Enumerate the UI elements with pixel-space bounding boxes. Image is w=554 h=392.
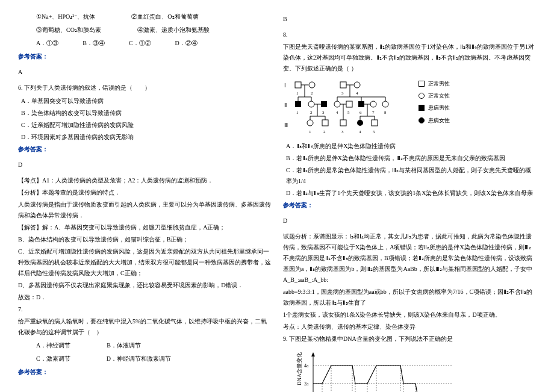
legend-affected-female: 患病女性 <box>428 116 450 125</box>
q8-choice-b: B．若Ⅱ₂所患的是伴X染色体隐性遗传病，Ⅲ₂不患病的原因是无来自父亲的致病基因 <box>283 153 536 164</box>
svg-marker-61 <box>311 352 315 356</box>
svg-text:4: 4 <box>336 110 338 115</box>
pedigree-diagram: Ⅰ 1 2 3 4 Ⅱ 1 2 3 <box>283 79 536 136</box>
q6-choice-b: B．染色体结构的改变可以导致遗传病 <box>18 108 271 119</box>
svg-text:Ⅱ: Ⅱ <box>284 102 287 108</box>
pedigree-svg: Ⅰ 1 2 3 4 Ⅱ 1 2 3 <box>283 79 409 136</box>
q8-choice-a: A．Ⅱ₃和Ⅱ₆所患的是伴X染色体隐性遗传病 <box>283 141 536 152</box>
svg-text:5: 5 <box>347 110 350 115</box>
svg-point-4 <box>309 82 315 88</box>
q6-choice-d: D．环境因素对多基因遗传病的发病无影响 <box>18 132 271 143</box>
q9-stem: 9. 下图是某动物精巢中DNA含量的变化图，下列说法不正确的是 <box>283 334 536 344</box>
legend-normal-male: 正常男性 <box>428 79 450 89</box>
svg-rect-33 <box>358 101 364 107</box>
q6-explain-6: C、近亲婚配可增加隐性遗传病的发病风险，这是因为近亲婚配的双方从共同祖先那里继承… <box>18 246 271 279</box>
q5-answer: A <box>18 67 271 78</box>
q5-option-1: ①Na+、HPO₄²⁻、抗体 <box>36 11 95 22</box>
svg-text:7: 7 <box>372 110 375 115</box>
svg-text:2: 2 <box>310 110 313 115</box>
svg-point-38 <box>382 101 388 107</box>
q7-number: 7. <box>18 304 271 315</box>
svg-point-56 <box>357 120 363 126</box>
svg-point-28 <box>334 101 340 107</box>
q6-explain-8: 故选：D． <box>18 292 271 303</box>
q8-stem: 下图是先天聋哑遗传病的某家系图，Ⅱ₁的致病基因位于1对染色体，Ⅱ₃和Ⅱ₆的致病基… <box>283 42 536 74</box>
legend-filled-square-icon <box>419 105 425 111</box>
q7-choice-c: C．激素调节 <box>36 353 70 364</box>
svg-text:1: 1 <box>309 129 311 134</box>
q8-choice-c: C．若Ⅱ₂所患的是常染色体隐性遗传病，Ⅲ₂与某相同基因型的人婚配，则子女患先天聋… <box>283 165 536 187</box>
q7-choice-d: D．神经调节和激素调节 <box>107 353 171 364</box>
q5-option-2: ②血红蛋白、O₂和葡萄糖 <box>131 11 198 22</box>
svg-text:4a: 4a <box>304 363 309 369</box>
svg-text:1: 1 <box>296 91 299 96</box>
answer-label: 参考答案： <box>18 144 271 155</box>
svg-text:1: 1 <box>296 110 299 115</box>
dna-chart: DNA含量变化 4a 2a A B C D E F G <box>295 349 464 392</box>
q7-answer-continued: B <box>283 14 536 25</box>
legend-filled-circle-icon <box>419 117 425 123</box>
q6-choice-c: C．近亲婚配可增加隐性遗传病的发病风险 <box>18 120 271 131</box>
q8-explain-3: 1个患病女孩，该女孩的1条X染色体长臂缺失，则该X染色体来自母亲，D项正确。 <box>283 310 536 320</box>
q5-choice-a: A．①③ <box>36 38 58 49</box>
svg-text:2: 2 <box>311 91 313 96</box>
svg-text:8: 8 <box>384 110 387 115</box>
q6-answer: D <box>18 160 271 170</box>
svg-text:4: 4 <box>356 91 358 96</box>
q6-explain-7: D、多基因遗传病不仅表现出家庭聚集现象，还比较容易受环境因素的影响，D错误． <box>18 280 271 291</box>
q6-choice-a: A．单基因突变可以导致遗传病 <box>18 96 271 107</box>
svg-rect-6 <box>340 82 346 88</box>
q6-explain-5: B、染色体结构的改变可以导致遗传病，如猫叫综合征，B正确； <box>18 234 271 245</box>
svg-rect-1 <box>295 82 301 88</box>
q7-stem: 给严重缺氧的病人输氧时，要在纯氧中混入5%的二氧化碳气体，以维持呼吸中枢的兴奋，… <box>18 316 271 338</box>
svg-text:2: 2 <box>323 129 326 134</box>
q5-option-3: ③葡萄糖、CO₂和胰岛素 <box>36 25 101 36</box>
answer-label: 参考答案： <box>18 51 271 62</box>
q6-explain-3: 人类遗传病是指由于遗传物质改变而引起的人类疾病，主要可以分为单基因遗传病、多基因… <box>18 199 271 221</box>
svg-point-36 <box>370 101 376 107</box>
q8-answer: D <box>283 216 536 226</box>
q5-option-4: ④激素、递质小泡和氨基酸 <box>137 25 210 36</box>
q7-choice-b: B．体液调节 <box>107 340 141 351</box>
q8-choice-d: D．若Ⅱ₂与Ⅱ₃生育了1个先天聋哑女孩，该女孩的1条X染色体长臂缺失，则该X染色… <box>283 188 536 199</box>
q8-explain-1: 试题分析：系谱图显示：Ⅰ₃和Ⅰ₄均正常，其女儿Ⅱ₃为患者，据此可推知，此病为常染… <box>283 231 536 285</box>
svg-text:3: 3 <box>322 110 325 115</box>
answer-label: 参考答案： <box>18 367 271 378</box>
svg-rect-58 <box>372 120 378 126</box>
q5-choice-b: B．③④ <box>82 38 105 49</box>
svg-point-9 <box>354 82 360 88</box>
legend-square-icon <box>419 81 425 87</box>
q8-explain-4: 考点：人类遗传病、遗传的基本定律、染色体变异 <box>283 322 536 332</box>
q8-explain-2: aabb=9:3:3:1，因患病的基因型为aa或bb，所以子女患病的概率为7/1… <box>283 287 536 308</box>
pedigree-legend: 正常男性 正常女性 患病男性 患病女性 <box>419 79 450 128</box>
answer-label: 参考答案： <box>283 200 536 211</box>
svg-point-19 <box>308 101 314 107</box>
q5-choice-d: D．②④ <box>175 38 198 49</box>
q6-stem: 6. 下列关于人类遗传病的叙述，错误的是（ ） <box>18 82 271 93</box>
q6-explain-1: 【考点】A1：人类遗传病的类型及危害；A2：人类遗传病的监测和预防． <box>18 175 271 186</box>
svg-text:5: 5 <box>373 129 375 134</box>
svg-text:Ⅰ: Ⅰ <box>284 82 286 89</box>
svg-text:3: 3 <box>341 129 344 134</box>
legend-normal-female: 正常女性 <box>428 91 450 101</box>
svg-rect-17 <box>295 101 301 107</box>
q6-explain-2: 【分析】本题考查的是遗传病的特点． <box>18 187 271 198</box>
svg-point-45 <box>307 120 313 126</box>
q5-choice-c: C．①② <box>129 38 151 49</box>
svg-rect-50 <box>340 120 346 126</box>
q8-number: 8. <box>283 30 536 40</box>
legend-circle-icon <box>419 93 425 99</box>
legend-affected-male: 患病男性 <box>428 103 450 113</box>
svg-rect-47 <box>322 120 328 126</box>
svg-rect-31 <box>346 101 352 107</box>
svg-text:6: 6 <box>359 110 362 115</box>
svg-text:4: 4 <box>359 129 361 134</box>
svg-text:Ⅲ: Ⅲ <box>284 122 288 128</box>
svg-text:3: 3 <box>341 91 344 96</box>
q6-explain-4: 【解答】解：A、单基因突变可以导致遗传病，如镰刀型细胞贫血症，A正确； <box>18 222 271 233</box>
q7-choice-a: A．神经调节 <box>36 340 70 351</box>
svg-rect-22 <box>321 101 327 107</box>
svg-text:2a: 2a <box>304 381 309 387</box>
chart-y-label: DNA含量变化 <box>296 352 302 386</box>
